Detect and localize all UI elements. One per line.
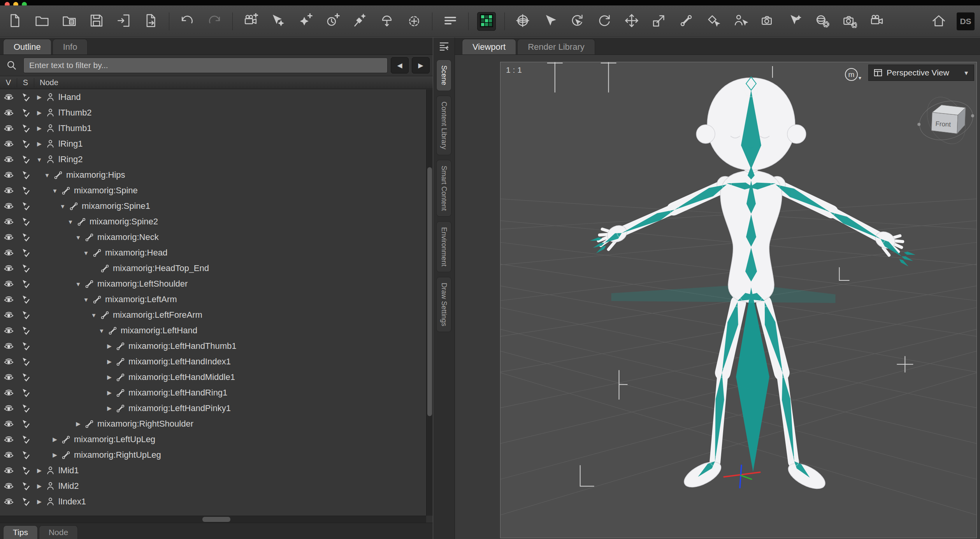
selectability-cursor-icon[interactable] xyxy=(17,264,34,273)
translate-tool-button[interactable] xyxy=(622,12,641,31)
render-settings-button[interactable] xyxy=(840,12,859,31)
selectability-cursor-icon[interactable] xyxy=(17,310,34,320)
visibility-eye-icon[interactable] xyxy=(0,248,17,258)
tree-node-label[interactable]: lThumb2 xyxy=(58,108,92,118)
view-navigation-cube[interactable]: Front xyxy=(915,91,976,150)
visibility-eye-icon[interactable] xyxy=(0,123,17,134)
visibility-eye-icon[interactable] xyxy=(0,263,17,274)
selectability-cursor-icon[interactable] xyxy=(17,186,34,196)
selectability-cursor-icon[interactable] xyxy=(17,481,34,491)
selectability-cursor-icon[interactable] xyxy=(17,124,34,133)
tree-row[interactable]: ▼mixamorig:LeftHand xyxy=(0,323,426,338)
tree-node-label[interactable]: mixamorig:LeftHandMiddle1 xyxy=(128,372,235,382)
visibility-eye-icon[interactable] xyxy=(0,450,17,460)
visibility-eye-icon[interactable] xyxy=(0,186,17,196)
visibility-eye-icon[interactable] xyxy=(0,108,17,118)
tree-node-label[interactable]: mixamorig:Spine1 xyxy=(82,201,150,211)
expand-arrow-icon[interactable]: ▶ xyxy=(34,109,44,116)
spot-render-tool-button[interactable] xyxy=(759,12,777,31)
scrollbar-thumb[interactable] xyxy=(427,167,432,416)
selectability-cursor-icon[interactable] xyxy=(17,279,34,289)
tree-node-label[interactable]: mixamorig:LeftUpLeg xyxy=(74,434,155,444)
pose-tool-button[interactable]: m ▾ xyxy=(845,65,861,81)
tree-row[interactable]: ▼mixamorig:Spine2 xyxy=(0,214,426,229)
visibility-eye-icon[interactable] xyxy=(0,466,17,476)
expand-arrow-icon[interactable]: ▶ xyxy=(104,358,114,365)
collapse-pane-icon[interactable] xyxy=(436,38,453,55)
scale-tool-button[interactable] xyxy=(650,12,668,31)
visibility-eye-icon[interactable] xyxy=(0,279,17,289)
visibility-eye-icon[interactable] xyxy=(0,201,17,212)
visibility-eye-icon[interactable] xyxy=(0,232,17,243)
tree-node-label[interactable]: mixamorig:RightUpLeg xyxy=(74,450,161,460)
create-distant-light-button[interactable] xyxy=(269,12,287,31)
surface-selection-tool-button[interactable] xyxy=(813,12,832,31)
pane-options-button[interactable] xyxy=(441,12,460,31)
selectability-cursor-icon[interactable] xyxy=(17,435,34,444)
tab-node[interactable]: Node xyxy=(39,525,78,539)
tree-node-label[interactable]: mixamorig:LeftHandIndex1 xyxy=(128,357,231,367)
viewport-layout-button[interactable] xyxy=(477,12,496,31)
tree-node-label[interactable]: mixamorig:LeftHandThumb1 xyxy=(128,341,237,351)
tree-vertical-scrollbar[interactable] xyxy=(426,89,433,516)
skeleton-bones[interactable] xyxy=(590,77,916,478)
tree-row[interactable]: ▼mixamorig:Spine xyxy=(0,183,426,198)
filter-input[interactable] xyxy=(23,58,388,73)
open-file-button[interactable] xyxy=(33,12,51,31)
expand-arrow-icon[interactable]: ▶ xyxy=(34,483,44,490)
export-file-button[interactable] xyxy=(142,12,160,31)
home-button[interactable] xyxy=(929,12,948,31)
visibility-eye-icon[interactable] xyxy=(0,481,17,492)
tree-row[interactable]: ▶mixamorig:RightUpLeg xyxy=(0,447,426,463)
create-point-light-button[interactable] xyxy=(296,12,314,31)
selectability-cursor-icon[interactable] xyxy=(17,248,34,258)
selectability-cursor-icon[interactable] xyxy=(17,139,34,149)
scrollbar-thumb[interactable] xyxy=(202,517,230,522)
selectability-cursor-icon[interactable] xyxy=(17,233,34,242)
dock-tab-content-library[interactable]: Content Library xyxy=(436,96,451,155)
selectability-cursor-icon[interactable] xyxy=(17,466,34,476)
visibility-eye-icon[interactable] xyxy=(0,326,17,336)
selectability-cursor-icon[interactable] xyxy=(17,93,34,102)
expand-arrow-icon[interactable]: ▶ xyxy=(34,498,44,505)
expand-arrow-icon[interactable]: ▼ xyxy=(42,172,52,178)
expand-arrow-icon[interactable]: ▶ xyxy=(50,436,60,443)
expand-arrow-icon[interactable]: ▶ xyxy=(50,452,60,458)
search-icon[interactable] xyxy=(3,57,20,74)
expand-arrow-icon[interactable]: ▼ xyxy=(73,281,83,287)
expand-arrow-icon[interactable]: ▼ xyxy=(58,203,68,210)
tree-row[interactable]: ▶lMid1 xyxy=(0,463,426,478)
tree-row[interactable]: ▶mixamorig:LeftHandMiddle1 xyxy=(0,369,426,385)
create-area-light-button[interactable] xyxy=(378,12,396,31)
tree-row[interactable]: ▼mixamorig:Spine1 xyxy=(0,198,426,214)
tree-row[interactable]: ▶lThumb2 xyxy=(0,105,426,121)
tree-row[interactable]: mixamorig:HeadTop_End xyxy=(0,261,426,276)
visibility-eye-icon[interactable] xyxy=(0,341,17,352)
expand-arrow-icon[interactable]: ▼ xyxy=(97,327,107,334)
tree-node-label[interactable]: lRing2 xyxy=(58,154,83,164)
tree-node-label[interactable]: lRing1 xyxy=(58,139,83,149)
new-file-button[interactable] xyxy=(5,12,24,31)
expand-arrow-icon[interactable]: ▼ xyxy=(65,219,76,225)
create-linear-light-button[interactable] xyxy=(350,12,369,31)
tab-viewport[interactable]: Viewport xyxy=(462,39,516,54)
selectability-cursor-icon[interactable] xyxy=(17,450,34,460)
tree-row[interactable]: ▶mixamorig:LeftUpLeg xyxy=(0,432,426,447)
tree-row[interactable]: ▼mixamorig:LeftForeArm xyxy=(0,307,426,323)
tree-node-label[interactable]: lThumb1 xyxy=(58,123,92,133)
viewport-canvas[interactable]: Front 1 : 1 m ▾ Perspective View ▼ xyxy=(500,62,977,538)
visibility-eye-icon[interactable] xyxy=(0,310,17,320)
tree-node-label[interactable]: mixamorig:LeftHandPinky1 xyxy=(128,403,231,413)
selectability-cursor-icon[interactable] xyxy=(17,201,34,211)
selectability-cursor-icon[interactable] xyxy=(17,326,34,336)
undo-button[interactable] xyxy=(178,12,197,31)
redo-button[interactable] xyxy=(205,12,224,31)
tree-node-label[interactable]: mixamorig:Spine xyxy=(74,186,138,196)
expand-arrow-icon[interactable]: ▶ xyxy=(34,125,44,132)
expand-arrow-icon[interactable]: ▶ xyxy=(104,343,114,350)
3d-scene[interactable]: Front xyxy=(501,62,976,538)
import-file-button[interactable] xyxy=(114,12,133,31)
expand-arrow-icon[interactable]: ▶ xyxy=(34,140,44,147)
rotate-selection-tool-button[interactable] xyxy=(568,12,587,31)
tree-row[interactable]: ▼mixamorig:Hips xyxy=(0,167,426,183)
